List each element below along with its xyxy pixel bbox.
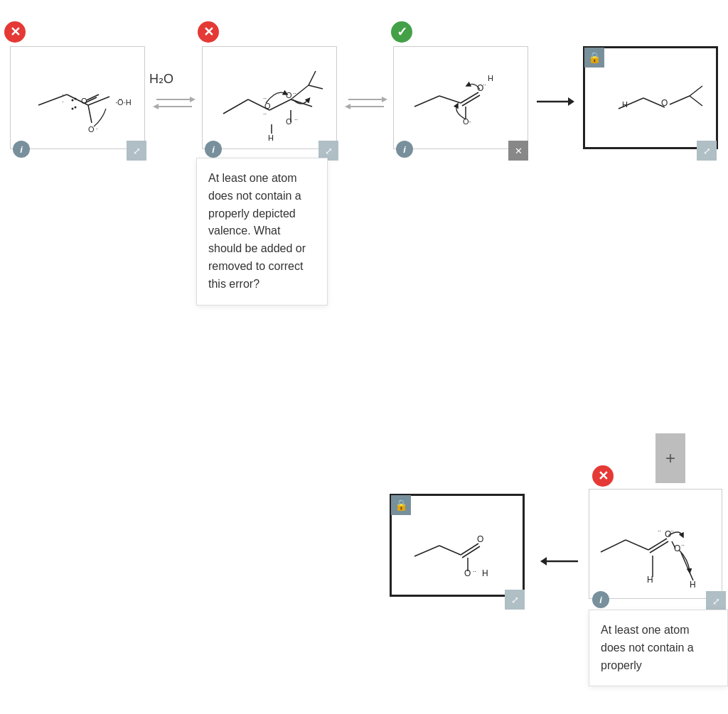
- svg-line-57: [690, 86, 702, 96]
- plus-label: +: [665, 448, 675, 468]
- status-error-mol6: ✕: [592, 465, 614, 487]
- expand-icon-mol5[interactable]: ⤢: [505, 590, 525, 610]
- status-error-mol1: ✕: [4, 21, 26, 43]
- main-canvas: ✕ O O · ·Ö·H · ·: [0, 0, 728, 714]
- plus-button[interactable]: +: [655, 433, 685, 483]
- svg-marker-41: [345, 104, 350, 109]
- lock-icon-mol5: 🔒: [391, 495, 411, 515]
- mol-svg-5: O O ·· H: [393, 499, 521, 592]
- svg-text:·Ö·H: ·Ö·H: [115, 98, 132, 107]
- svg-text:·: ·: [62, 98, 64, 105]
- svg-text:H: H: [622, 100, 628, 109]
- svg-line-37: [309, 85, 323, 89]
- mol-box-1: O O · ·Ö·H · ·: [10, 46, 145, 149]
- expand-icon-mol4[interactable]: ⤢: [697, 141, 717, 161]
- mol-svg-3: O ·· H O·: [400, 50, 521, 146]
- mol-svg-6: O ·· ·· O ·· H H: [590, 492, 722, 597]
- mol-box-2: O ·· ·· O ·· ·· O ·· H: [202, 46, 337, 149]
- svg-text:O: O: [88, 125, 95, 134]
- svg-marker-39: [382, 97, 387, 102]
- svg-text:··: ··: [483, 81, 486, 88]
- error-popup-mol6: At least one atom does not contain a pro…: [589, 610, 728, 686]
- svg-text:H: H: [488, 74, 493, 82]
- svg-text:H: H: [268, 134, 274, 142]
- svg-text:··: ··: [473, 568, 476, 575]
- svg-text:··: ··: [658, 527, 661, 534]
- info-icon-mol2[interactable]: i: [205, 141, 222, 158]
- svg-line-72: [626, 540, 648, 550]
- svg-text:··: ··: [681, 541, 685, 548]
- svg-point-8: [72, 99, 74, 101]
- svg-text:O: O: [477, 534, 483, 544]
- forward-arrow-1: [535, 91, 574, 112]
- error-popup-mol2: At least one atom does not contain a pro…: [196, 158, 328, 305]
- svg-line-56: [670, 96, 690, 104]
- svg-line-61: [439, 546, 461, 555]
- svg-line-36: [309, 71, 316, 85]
- equilibrium-arrow-1: [153, 92, 196, 114]
- info-icon-mol1[interactable]: i: [13, 141, 30, 158]
- svg-marker-17: [190, 97, 196, 102]
- mol-box-3: O ·· H O·: [393, 46, 528, 149]
- svg-text:O: O: [264, 102, 271, 110]
- equilibrium-arrow-2: [345, 92, 387, 114]
- svg-line-71: [601, 540, 626, 552]
- svg-text:O: O: [286, 91, 292, 99]
- expand-icon-mol1[interactable]: ⤢: [127, 141, 146, 161]
- lock-icon-mol4: 🔒: [584, 48, 604, 67]
- svg-line-84: [681, 553, 693, 580]
- expand-icon-mol6[interactable]: ⤢: [706, 591, 726, 611]
- svg-text:O: O: [81, 97, 87, 105]
- svg-text:··: ··: [263, 94, 267, 102]
- mol-svg-2: O ·· ·· O ·· ·· O ·· H: [209, 50, 330, 146]
- info-icon-mol6[interactable]: i: [592, 591, 609, 608]
- svg-text:H: H: [482, 568, 488, 578]
- svg-marker-70: [540, 557, 547, 566]
- mol-svg-1: O O · ·Ö·H · ·: [17, 55, 138, 141]
- svg-line-42: [414, 96, 439, 107]
- svg-point-9: [75, 106, 77, 108]
- expand-icon-mol3[interactable]: ✕: [508, 141, 528, 161]
- svg-line-60: [414, 546, 439, 556]
- mol-box-6: O ·· ·· O ·· H H: [589, 489, 722, 599]
- svg-text:··: ··: [294, 116, 298, 123]
- svg-line-22: [269, 99, 291, 110]
- error-popup-mol6-text: At least one atom does not contain a pro…: [601, 624, 694, 671]
- svg-text:··: ··: [293, 90, 296, 97]
- svg-line-20: [223, 99, 248, 114]
- svg-text:··: ··: [263, 110, 267, 117]
- svg-line-43: [439, 96, 461, 103]
- status-error-mol2: ✕: [198, 21, 219, 43]
- svg-text:O: O: [661, 98, 668, 108]
- svg-line-58: [690, 96, 702, 106]
- svg-point-7: [75, 97, 77, 99]
- info-icon-mol3[interactable]: i: [396, 141, 413, 158]
- svg-text:H: H: [690, 580, 696, 590]
- svg-marker-52: [568, 97, 574, 106]
- mol-svg-4: O H: [590, 52, 711, 144]
- svg-marker-19: [153, 104, 159, 109]
- svg-line-3: [88, 105, 92, 123]
- status-success-mol3: ✓: [391, 21, 412, 43]
- svg-text:·: ·: [62, 91, 64, 98]
- svg-point-10: [72, 107, 74, 109]
- error-popup-mol2-text: At least one atom does not contain a pro…: [208, 172, 306, 290]
- back-arrow-1: [540, 551, 579, 572]
- h2o-label: H₂O: [149, 71, 173, 87]
- svg-text:·: ·: [96, 125, 98, 132]
